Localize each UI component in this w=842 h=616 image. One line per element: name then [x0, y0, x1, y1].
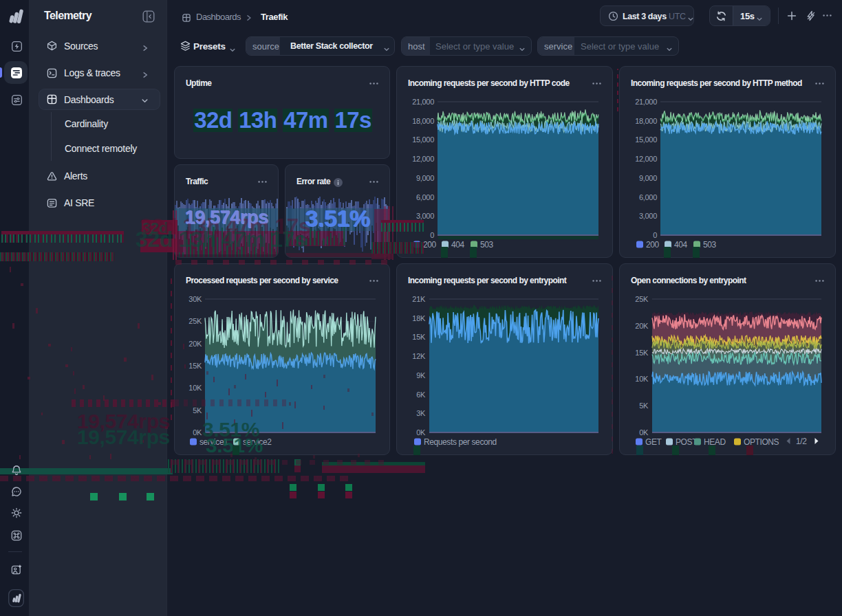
svg-text:15K: 15K: [635, 349, 649, 357]
svg-text:30K: 30K: [188, 295, 202, 303]
svg-text:6,000: 6,000: [416, 193, 434, 201]
svg-text:5K: 5K: [193, 406, 202, 415]
svg-text:12,000: 12,000: [635, 155, 657, 163]
svg-text:0: 0: [430, 231, 434, 239]
svg-text:12,000: 12,000: [412, 155, 434, 163]
svg-text:503: 503: [703, 240, 717, 250]
svg-text:15K: 15K: [188, 362, 202, 370]
svg-text:9,000: 9,000: [416, 174, 434, 182]
svg-text:21,000: 21,000: [635, 98, 657, 106]
svg-text:0K: 0K: [416, 428, 426, 437]
svg-text:20K: 20K: [188, 340, 202, 348]
svg-text:Requests per second: Requests per second: [424, 437, 497, 447]
svg-text:10K: 10K: [188, 384, 202, 392]
svg-text:21,000: 21,000: [412, 98, 434, 106]
svg-text:200: 200: [646, 240, 660, 250]
svg-text:404: 404: [451, 240, 465, 250]
svg-text:15,000: 15,000: [412, 135, 434, 144]
svg-text:3,000: 3,000: [639, 212, 657, 220]
svg-text:5K: 5K: [639, 402, 649, 410]
svg-text:15,000: 15,000: [635, 135, 657, 144]
svg-text:3,000: 3,000: [416, 212, 434, 220]
svg-text:0K: 0K: [193, 428, 202, 437]
svg-text:6K: 6K: [416, 390, 426, 399]
svg-text:10K: 10K: [635, 375, 649, 383]
svg-text:9K: 9K: [416, 371, 426, 380]
svg-text:15K: 15K: [412, 333, 426, 341]
svg-text:404: 404: [674, 240, 688, 250]
svg-text:18,000: 18,000: [412, 117, 434, 125]
svg-text:3K: 3K: [416, 409, 426, 417]
svg-text:0K: 0K: [639, 428, 649, 437]
svg-text:20K: 20K: [635, 322, 649, 330]
svg-text:18K: 18K: [412, 314, 426, 322]
svg-text:503: 503: [480, 240, 494, 250]
svg-text:21K: 21K: [412, 295, 426, 303]
svg-text:0: 0: [653, 231, 657, 239]
svg-text:200: 200: [423, 240, 437, 250]
svg-text:9,000: 9,000: [639, 174, 657, 182]
svg-text:25K: 25K: [188, 317, 202, 325]
svg-text:6,000: 6,000: [639, 193, 657, 201]
svg-text:25K: 25K: [635, 295, 649, 303]
svg-text:18,000: 18,000: [635, 117, 657, 125]
svg-text:GET: GET: [645, 437, 662, 447]
svg-text:12K: 12K: [412, 352, 426, 360]
svg-text:1/2: 1/2: [796, 437, 807, 446]
